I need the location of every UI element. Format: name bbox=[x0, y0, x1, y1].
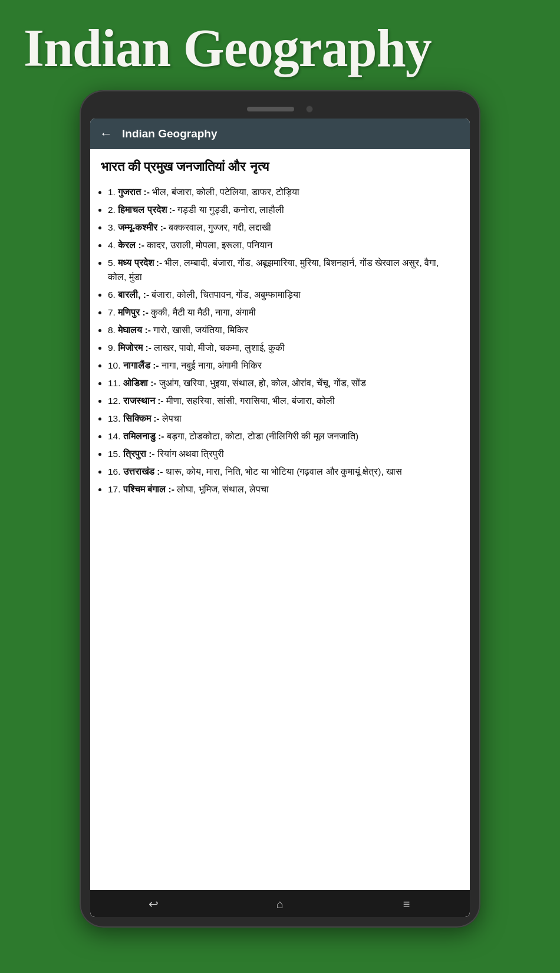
list-item: 14. तमिलनाडु :- बड़गा, टोडकोटा, कोटा, टो… bbox=[108, 429, 459, 443]
nav-home-button[interactable]: ⌂ bbox=[272, 896, 288, 912]
list-item: 9. मिजोरम :- लाखर, पावो, मीजो, चकमा, लुश… bbox=[108, 341, 459, 355]
list-item: 11. ओडिशा :- जुआंग, खरिया, भुइया, संथाल,… bbox=[108, 376, 459, 390]
app-title: Indian Geography bbox=[0, 0, 455, 90]
list-item: 13. सिक्किम :- लेपचा bbox=[108, 412, 459, 426]
list-item: 2. हिमाचल प्रदेश :- गड्डी या गुड्डी, कनो… bbox=[108, 203, 459, 217]
section-heading: भारत की प्रमुख जनजातियां और नृत्य bbox=[101, 159, 459, 176]
list-item: 17. पश्चिम बंगाल :- लोघा, भूमिज, संथाल, … bbox=[108, 482, 459, 497]
phone-camera bbox=[306, 106, 313, 113]
list-item: 4. केरल :- कादर, उराली, मोपला, इरूला, पन… bbox=[108, 238, 459, 252]
phone-screen: ← Indian Geography भारत की प्रमुख जनजाति… bbox=[90, 119, 470, 917]
list-item: 8. मेघालय :- गारो, खासी, जयंतिया, मिकिर bbox=[108, 323, 459, 337]
phone-device: ← Indian Geography भारत की प्रमुख जनजाति… bbox=[80, 90, 480, 928]
list-item: 16. उत्तराखंड :- थारू, कोय, मारा, निति, … bbox=[108, 465, 459, 479]
tribe-list: 1. गुजरात :- भील, बंजारा, कोली, पटेलिया,… bbox=[101, 185, 459, 497]
app-header: ← Indian Geography bbox=[90, 119, 470, 149]
list-item: 7. मणिपुर :- कुकी, मैटी या मैठी, नागा, अ… bbox=[108, 305, 459, 320]
nav-menu-button[interactable]: ≡ bbox=[398, 896, 415, 912]
content-wrapper: भारत की प्रमुख जनजातियां और नृत्य 1. गुज… bbox=[101, 159, 459, 497]
list-item: 1. गुजरात :- भील, बंजारा, कोली, पटेलिया,… bbox=[108, 185, 459, 199]
header-title: Indian Geography bbox=[122, 127, 218, 140]
list-item: 6. बारली, :- बंजारा, कोली, चितपावन, गोंड… bbox=[108, 288, 459, 302]
content-area[interactable]: भारत की प्रमुख जनजातियां और नृत्य 1. गुज… bbox=[90, 149, 470, 890]
phone-bottom-bar: ↩ ⌂ ≡ bbox=[90, 890, 470, 917]
nav-back-button[interactable]: ↩ bbox=[145, 896, 162, 912]
list-item: 3. जम्मू-कश्मीर :- बक्करवाल, गुज्जर, गद्… bbox=[108, 221, 459, 235]
back-button[interactable]: ← bbox=[100, 127, 113, 140]
phone-top-bar bbox=[90, 101, 470, 119]
list-item: 5. मध्य प्रदेश :- भील, लम्बादी, बंजारा, … bbox=[108, 256, 459, 284]
list-item: 10. नागालैंड :- नागा, नबुई नागा, अंगामी … bbox=[108, 359, 459, 373]
list-item: 12. राजस्थान :- मीणा, सहरिया, सांसी, गरा… bbox=[108, 394, 459, 408]
phone-speaker bbox=[247, 107, 294, 111]
list-item: 15. त्रिपुरा :- रियांग अथवा त्रिपुरी bbox=[108, 447, 459, 461]
